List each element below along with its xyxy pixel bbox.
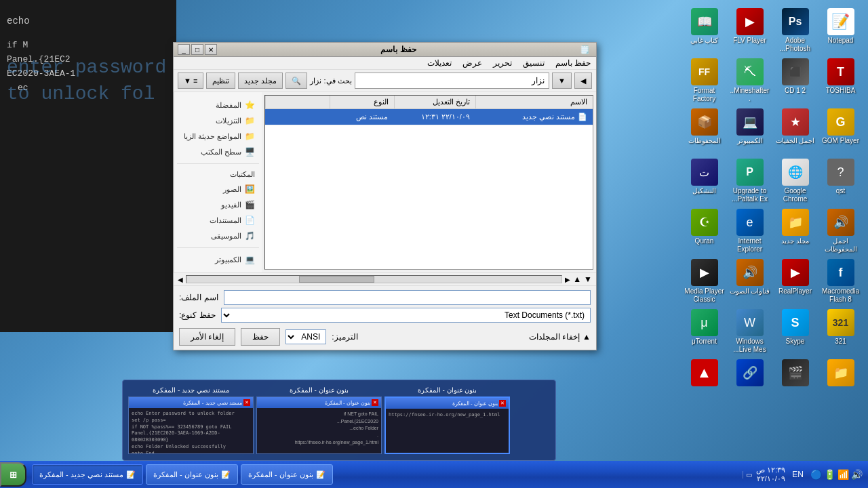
thumbnail-item-1[interactable]: مستند نصي جديد - المفكرة ✕ مستند نصي جدي… [128,386,254,454]
filename-input[interactable] [224,290,591,305]
icon-2cd[interactable]: ⬛ 2 CD 1 [773,56,817,104]
thumbnail-item-3[interactable]: بنون عنوان - المفكرة ✕ بنون عنوان - المف… [384,386,510,454]
dialog-minimize-btn[interactable]: _ [178,44,190,55]
icon-utorrent[interactable]: μ μTorrent [682,306,726,355]
taskbar-item-2[interactable]: 📝 بنون عنوان - المفكرة [146,464,238,485]
icon-quran[interactable]: ☪ Quran [682,206,726,255]
thumb-close-btn-1[interactable]: ✕ [243,399,250,406]
scroll-track[interactable] [186,275,562,283]
bluetooth-icon[interactable]: 🔵 [810,469,822,480]
icon-arabic-book[interactable]: 📖 كتاب غابي [682,5,726,54]
col-name[interactable]: الاسم [475,96,593,108]
sidebar-item-images[interactable]: 🖼️ الصور [177,182,259,197]
icon-tashkil[interactable]: ت التشكيل [682,156,726,205]
icon-clap[interactable]: 🎬 [773,357,817,405]
sidebar-item-computer[interactable]: 💻 الكمبيوتر [177,252,259,267]
filetype-select[interactable]: Text Documents (*.txt) [221,308,591,323]
icon-network[interactable]: 🔗 [728,357,772,405]
icon-folder3[interactable]: 📁 [818,357,863,405]
language-indicator[interactable]: EN [789,470,806,479]
icon-new-folder[interactable]: 📁 مجلد جديد [773,206,817,255]
hide-folders-icon: ▲ [583,332,591,342]
col-date[interactable]: تاريخ التعديل [394,96,476,108]
icon-audio-channels[interactable]: 🔊 قناوات الصوت [728,256,772,305]
col-size[interactable] [265,96,330,108]
start-button[interactable]: ⊞ [0,462,26,487]
icon-paltalk[interactable]: P Upgrade to Paltalk Ex... [728,156,772,205]
more-btn[interactable]: ▼ [552,73,572,89]
icon-chrome[interactable]: 🌐 Google Chrome [773,156,817,205]
encoding-select[interactable]: ANSI [285,329,326,344]
taskbar-item-3[interactable]: 📝 بنون عنوان - المفكرة [241,464,333,485]
table-row[interactable]: 📄 مستند نصي جديد ٢٢/١٠/٠٩ ١٢:٣١ مستند نص [265,109,593,125]
scroll-up-btn[interactable]: ▲ [573,274,581,284]
sidebar-item-music[interactable]: 🎵 الموسيقى [177,228,259,243]
back-btn[interactable]: ◀ [574,73,592,89]
new-folder-label: مجلد جديد [781,237,809,245]
location-input[interactable] [355,73,550,89]
winlive-icon: W [736,309,764,336]
menu-edit[interactable]: تحرير [493,58,512,68]
search-btn[interactable]: 🔍 [285,73,307,89]
menu-mods[interactable]: تعديلات [427,58,452,68]
taskbar-item-1[interactable]: 📝 مستند نصي جديد - المفكرة [32,464,143,485]
icon-khafiyat[interactable]: ★ اجمل الخفيات [773,106,817,155]
cancel-button[interactable]: إلغاء الأمر [179,328,235,346]
scroll-down-btn[interactable]: ▼ [584,274,592,284]
icon-toshiba[interactable]: T TOSHIBA [818,56,863,104]
icon-red-arrow[interactable]: ▲ [682,357,726,405]
thumbnail-item-2[interactable]: بنون عنوان - المفكرة ✕ بنون عنوان - المف… [256,386,382,454]
desktop: enter password to unlock fol echo if M P… [0,0,868,488]
icon-format-factory[interactable]: FF Format Factory [682,56,726,104]
speaker-icon[interactable]: 🔊 [851,469,863,480]
icon-flash[interactable]: f Macromedia Flash 8 [818,256,863,305]
thumb-content-2: if NET goto FAIL Panel.{21EC2020... echo… [257,408,381,453]
icon-minecraft[interactable]: ⛏ Mineshafter... [728,56,772,104]
sidebar-item-downloads[interactable]: 📁 التنزيلات [177,113,259,128]
skype-icon: S [782,309,809,336]
icon-real[interactable]: ▶ RealPlayer [773,256,817,305]
dialog-close-btn[interactable]: ✕ [205,44,217,55]
icon-winlive[interactable]: W Windows Live Mes... [728,306,772,355]
scroll-right-btn[interactable]: ▶ [565,276,570,283]
icon-321[interactable]: 321 321 [818,306,863,355]
sidebar-item-video[interactable]: 🎬 الفيديو [177,197,259,212]
menu-save[interactable]: حفظ باسم [555,58,591,68]
sidebar-item-documents[interactable]: 📄 المستندات [177,213,259,228]
icon-sounds[interactable]: 🔊 اجمل المحفوظات [818,206,863,255]
quran-icon: ☪ [691,209,718,236]
icon-mahfozat[interactable]: 📦 المحفوظات [682,106,726,155]
menu-view[interactable]: عرض [462,58,482,68]
col-type[interactable]: النوع [330,96,394,108]
icon-gom[interactable]: G GOM Player [818,106,863,155]
icon-notepad[interactable]: 📝 Notepad [818,5,863,54]
view-btn[interactable]: ≡ ▼ [178,73,203,89]
cd-label: 2 CD 1 [785,87,806,95]
save-button[interactable]: حفظ [241,328,280,346]
icon-media-classic[interactable]: ▶ Media Player Classic [682,256,726,305]
battery-icon[interactable]: 🔋 [824,469,835,480]
dialog-maximize-btn[interactable]: □ [191,44,203,55]
tashkil-icon: ت [691,159,718,186]
icon-adobe[interactable]: Ps Adobe Photosh... [773,5,817,54]
icon-skype[interactable]: S Skype [773,306,817,355]
taskbar-label-3: بنون عنوان - المفكرة [248,470,313,479]
hide-folders-btn[interactable]: ▲ إخفاء المجلدات [529,329,591,344]
thumb-close-btn-3[interactable]: ✕ [499,400,506,407]
file-list[interactable]: الاسم تاريخ التعديل النوع 📄 مستند نصي جد… [264,95,593,270]
sidebar-item-desktop[interactable]: 🖥️ سطح المكتب [177,144,259,159]
thumb-close-btn-2[interactable]: ✕ [372,399,378,406]
quran-label: Quran [695,237,714,245]
filetype-row: Text Documents (*.txt) حفظ كنوع: [179,308,591,323]
icon-ie[interactable]: e Internet Explorer [728,206,772,255]
icon-flv[interactable]: ▶ FLV Player [728,5,772,54]
show-desktop-btn[interactable]: ▭ [743,471,752,479]
new-folder-btn[interactable]: مجلد جديد [238,73,283,89]
organize-btn[interactable]: تنظيم [206,73,235,89]
icon-qst[interactable]: ? qst [818,156,863,205]
icon-computer[interactable]: 💻 الكمبيوتر [728,106,772,155]
scroll-left-btn[interactable]: ◀ [178,276,183,283]
sidebar-item-recent[interactable]: 📁 المواضع حديثة الزيا [177,129,259,144]
network-tray-icon[interactable]: 📶 [837,469,849,480]
menu-format[interactable]: تنسيق [523,58,545,68]
